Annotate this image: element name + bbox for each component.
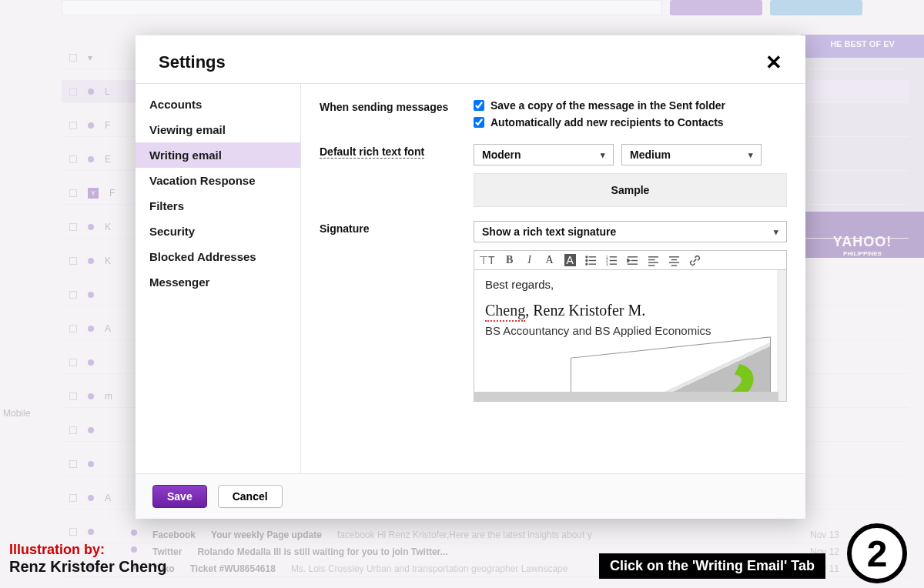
- sidebar-ad: HE BEST OF EV YAHOO! PHILIPPINES: [801, 35, 924, 258]
- sidebar-item-filters[interactable]: Filters: [136, 193, 300, 219]
- scrollbar-horizontal[interactable]: [474, 392, 778, 401]
- scrollbar-vertical[interactable]: [777, 270, 786, 401]
- select-font-family-value: Modern: [482, 149, 521, 161]
- signature-greeting: Best regards,: [485, 278, 775, 291]
- sidebar-item-writing-email[interactable]: Writing email: [136, 142, 300, 168]
- modal-title: Settings: [159, 52, 226, 72]
- sidebar-item-vacation-response[interactable]: Vacation Response: [136, 168, 300, 193]
- align-left-icon[interactable]: [648, 255, 659, 266]
- highlight-icon[interactable]: A: [564, 254, 576, 266]
- select-font-family[interactable]: Modern ▾: [474, 144, 614, 165]
- checkbox-save-sent[interactable]: Save a copy of the message in the Sent f…: [474, 99, 787, 112]
- checkbox-auto-contacts-input[interactable]: [474, 117, 484, 128]
- settings-content: When sending messages Save a copy of the…: [301, 84, 805, 473]
- checkbox-save-sent-input[interactable]: [474, 100, 484, 111]
- align-center-icon[interactable]: [668, 255, 680, 266]
- sidebar-item-security[interactable]: Security: [136, 219, 300, 244]
- font-color-icon[interactable]: A: [544, 254, 555, 266]
- chevron-down-icon: ▾: [601, 150, 605, 160]
- step-badge: 2: [847, 523, 907, 583]
- number-list-icon[interactable]: 123: [606, 255, 618, 266]
- svg-text:3: 3: [606, 262, 608, 266]
- instruction-caption: Click on the 'Writing Email' Tab: [599, 553, 825, 579]
- signature-degree: BS Accountancy and BS Applied Economics: [485, 324, 775, 337]
- svg-marker-15: [628, 259, 630, 262]
- sidebar-item-messenger[interactable]: Messenger: [136, 269, 300, 295]
- illustration-credit: Illustration by: Renz Kristofer Cheng: [9, 542, 166, 576]
- chevron-down-icon: ▾: [748, 150, 753, 160]
- select-font-size-value: Medium: [630, 149, 671, 161]
- save-button[interactable]: Save: [152, 485, 207, 508]
- checkbox-auto-contacts-label: Automatically add new recipients to Cont…: [490, 116, 724, 129]
- label-signature: Signature: [320, 221, 474, 235]
- select-signature-mode[interactable]: Show a rich text signature ▾: [474, 221, 787, 242]
- settings-modal: Settings ✕ Accounts Viewing email Writin…: [136, 35, 805, 519]
- bold-icon[interactable]: B: [504, 254, 515, 266]
- svg-point-4: [586, 263, 588, 265]
- cancel-button[interactable]: Cancel: [218, 485, 283, 508]
- sidebar-item-blocked-addresses[interactable]: Blocked Addresses: [136, 244, 300, 269]
- link-icon[interactable]: [689, 255, 701, 266]
- font-sample: Sample: [474, 173, 787, 207]
- signature-name: Cheng: [485, 302, 525, 322]
- sidebar-item-accounts[interactable]: Accounts: [136, 92, 300, 117]
- select-signature-mode-value: Show a rich text signature: [482, 226, 616, 238]
- label-font: Default rich text font: [320, 144, 424, 159]
- sidebar-item-viewing-email[interactable]: Viewing email: [136, 117, 300, 142]
- close-icon[interactable]: ✕: [765, 52, 782, 72]
- editor-toolbar: ⊤T B I A A 123: [474, 251, 786, 270]
- chevron-down-icon: ▾: [774, 227, 778, 237]
- svg-point-0: [586, 256, 588, 257]
- checkbox-save-sent-label: Save a copy of the message in the Sent f…: [490, 99, 725, 112]
- bullet-list-icon[interactable]: [585, 255, 597, 266]
- signature-editor: ⊤T B I A A 123: [474, 250, 787, 402]
- label-sending: When sending messages: [320, 99, 474, 113]
- settings-sidebar: Accounts Viewing email Writing email Vac…: [136, 84, 301, 473]
- modal-footer: Save Cancel: [136, 473, 805, 519]
- signature-textarea[interactable]: Best regards, Cheng, Renz Kristofer M. B…: [474, 270, 786, 401]
- indent-icon[interactable]: [627, 255, 638, 266]
- svg-point-2: [586, 259, 588, 261]
- select-font-size[interactable]: Medium ▾: [621, 144, 762, 165]
- checkbox-auto-contacts[interactable]: Automatically add new recipients to Cont…: [474, 116, 787, 129]
- italic-icon[interactable]: I: [524, 254, 535, 266]
- font-size-icon[interactable]: ⊤T: [479, 254, 495, 266]
